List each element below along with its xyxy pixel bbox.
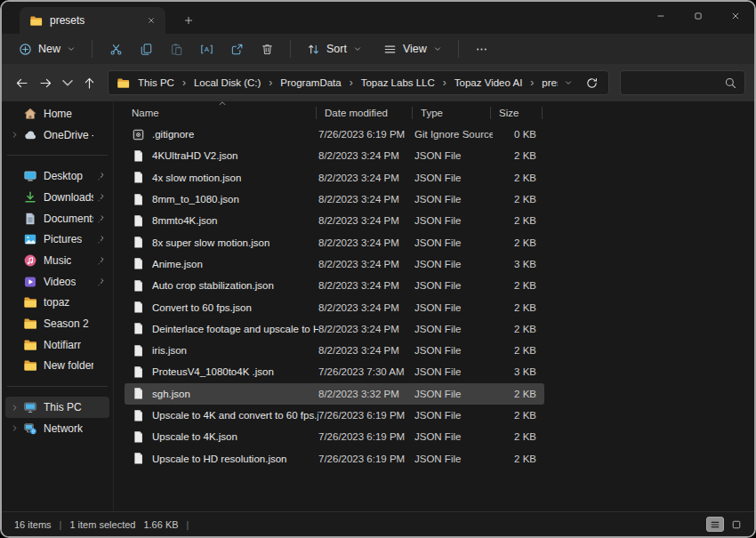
- file-row-8mmto4k-json[interactable]: 8mmto4K.json 8/2/2023 3:24 PM JSON File …: [125, 210, 544, 231]
- delete-icon: [261, 43, 274, 56]
- folder-icon: [23, 338, 37, 352]
- maximize-button[interactable]: [680, 2, 717, 30]
- new-button[interactable]: New: [11, 36, 84, 61]
- file-row-upscale-to-hd-resolution-json[interactable]: Upscale to HD resolution.json 7/26/2023 …: [125, 447, 544, 469]
- breadcrumb-item-local-disk-c[interactable]: Local Disk (C:): [192, 76, 262, 89]
- breadcrumb-item-programdata[interactable]: ProgramData: [278, 76, 342, 89]
- sidebar-item-onedrive-persona[interactable]: OneDrive - Persona: [5, 124, 109, 146]
- large-icons-view-button[interactable]: [728, 517, 745, 532]
- sidebar-item-new-folder[interactable]: New folder: [5, 356, 109, 377]
- sidebar-item-desktop[interactable]: Desktop: [5, 165, 109, 187]
- up-button[interactable]: [78, 71, 101, 94]
- file-json-icon: [132, 387, 145, 400]
- file-list-pane: Name Date modified Type Size .g: [114, 101, 754, 511]
- file-json-icon: [132, 236, 145, 249]
- chevron-right-icon[interactable]: [5, 422, 23, 435]
- sidebar-item-videos[interactable]: Videos: [5, 271, 109, 293]
- sidebar-item-home[interactable]: Home: [5, 103, 109, 124]
- address-dropdown-icon[interactable]: [564, 78, 573, 87]
- toolbar-separator: [92, 40, 92, 58]
- breadcrumb-item-topaz-video-ai[interactable]: Topaz Video AI: [453, 76, 525, 89]
- toolbar-paste[interactable]: [161, 36, 191, 61]
- details-view-button[interactable]: [706, 517, 724, 532]
- home-icon: [23, 107, 37, 121]
- music-icon: [23, 253, 37, 268]
- downloads-icon: [23, 190, 37, 205]
- breadcrumb-item-topaz-labs-llc[interactable]: Topaz Labs LLC: [359, 76, 437, 89]
- sidebar-item-this-pc[interactable]: This PC: [5, 397, 109, 418]
- file-row-4x-slow-motion-json[interactable]: 4x slow motion.json 8/2/2023 3:24 PM JSO…: [125, 167, 544, 189]
- toolbar-copy[interactable]: [131, 36, 161, 61]
- minimize-button[interactable]: [642, 2, 680, 30]
- column-header-name[interactable]: Name: [125, 101, 318, 124]
- file-json-icon: [132, 193, 145, 206]
- view-button-label: View: [403, 43, 427, 55]
- tab-presets[interactable]: presets: [20, 7, 165, 34]
- file-row-gitignore[interactable]: .gitignore 7/26/2023 6:19 PM Git Ignore …: [125, 124, 544, 145]
- forward-button[interactable]: [35, 71, 57, 94]
- rename-icon: A: [200, 43, 213, 56]
- address-bar[interactable]: This PC›Local Disk (C:)›ProgramData›Topa…: [108, 70, 609, 95]
- sidebar-item-documents[interactable]: Documents: [5, 208, 109, 229]
- column-header-type[interactable]: Type: [414, 101, 493, 124]
- new-tab-button[interactable]: [177, 9, 200, 32]
- file-row-sgh-json[interactable]: sgh.json 8/2/2023 3:32 PM JSON File 2 KB: [125, 383, 544, 405]
- toolbar-delete[interactable]: [252, 36, 282, 61]
- file-row-4kultrahd-v2-json[interactable]: 4KUltraHD V2.json 8/2/2023 3:24 PM JSON …: [125, 145, 544, 166]
- sidebar-item-topaz[interactable]: topaz: [5, 293, 109, 314]
- chevron-right-icon[interactable]: [5, 129, 23, 141]
- sidebar-item-music[interactable]: Music: [5, 250, 109, 271]
- selection-count: 1 item selected: [69, 519, 135, 530]
- tab-close-icon[interactable]: [143, 13, 158, 28]
- pictures-icon: [23, 232, 37, 246]
- back-button[interactable]: [11, 71, 33, 94]
- file-json-icon: [132, 452, 145, 465]
- file-row-anime-json[interactable]: Anime.json 8/2/2023 3:24 PM JSON File 3 …: [125, 253, 544, 275]
- videos-icon: [23, 275, 37, 289]
- toolbar-cut[interactable]: [101, 36, 131, 61]
- title-bar: presets: [2, 2, 754, 34]
- sort-button-label: Sort: [326, 43, 347, 55]
- search-box[interactable]: [620, 70, 745, 95]
- breadcrumb-item-this-pc[interactable]: This PC: [136, 76, 176, 89]
- file-row-iris-json[interactable]: iris.json 8/2/2023 3:24 PM JSON File 2 K…: [125, 340, 544, 361]
- file-json-icon: [132, 171, 145, 184]
- toolbar-rename[interactable]: A: [191, 36, 221, 61]
- view-button[interactable]: View: [375, 36, 450, 61]
- chevron-right-icon[interactable]: [5, 401, 23, 414]
- toolbar-share[interactable]: [221, 36, 252, 61]
- search-input[interactable]: [628, 76, 724, 89]
- column-header-size[interactable]: Size: [493, 101, 544, 124]
- breadcrumb-item-presets[interactable]: presets: [540, 76, 558, 89]
- pin-icon: [94, 234, 105, 245]
- file-row-8mm-to-1080-json[interactable]: 8mm_to_1080.json 8/2/2023 3:24 PM JSON F…: [125, 189, 544, 210]
- close-button[interactable]: [717, 2, 754, 30]
- sidebar-item-network[interactable]: Network: [5, 418, 109, 439]
- file-row-auto-crop-stabilization-json[interactable]: Auto crop stabilization.json 8/2/2023 3:…: [125, 275, 544, 296]
- sidebar-item-downloads[interactable]: Downloads: [5, 187, 109, 208]
- file-row-upscale-to-4k-and-convert-to-60-fps-json[interactable]: Upscale to 4K and convert to 60 fps.json…: [125, 405, 544, 426]
- folder-icon: [23, 295, 37, 309]
- file-row-convert-to-60-fps-json[interactable]: Convert to 60 fps.json 8/2/2023 3:24 PM …: [125, 296, 544, 317]
- this-pc-icon: [23, 400, 37, 414]
- file-json-icon: [132, 365, 145, 379]
- file-row-proteusv4-1080to4k-json[interactable]: ProteusV4_1080to4K .json 7/26/2023 7:30 …: [125, 361, 544, 382]
- column-header-date-modified[interactable]: Date modified: [318, 101, 414, 124]
- recent-locations-button[interactable]: [59, 71, 76, 94]
- file-row-8x-super-slow-motion-json[interactable]: 8x super slow motion.json 8/2/2023 3:24 …: [125, 231, 544, 253]
- sidebar-item-season-2[interactable]: Season 2: [5, 313, 109, 334]
- file-row-deinterlace-footage-and-upscale-to-hd-json[interactable]: Deinterlace footage and upscale to HD.js…: [125, 318, 544, 340]
- view-lines-icon: [383, 43, 397, 56]
- sidebar-item-pictures[interactable]: Pictures: [5, 229, 109, 250]
- folder-icon: [29, 14, 43, 28]
- see-more-button[interactable]: [467, 36, 497, 61]
- refresh-icon[interactable]: [585, 76, 599, 90]
- breadcrumb-separator: ›: [269, 76, 272, 89]
- file-json-icon: [132, 257, 145, 270]
- file-json-icon: [132, 322, 145, 335]
- copy-icon: [140, 43, 153, 56]
- sort-button[interactable]: Sort: [299, 36, 370, 61]
- network-icon: [23, 422, 37, 436]
- file-row-upscale-to-4k-json[interactable]: Upscale to 4K.json 7/26/2023 6:19 PM JSO…: [125, 426, 544, 447]
- sidebar-item-notifiarr[interactable]: Notifiarr: [5, 334, 109, 356]
